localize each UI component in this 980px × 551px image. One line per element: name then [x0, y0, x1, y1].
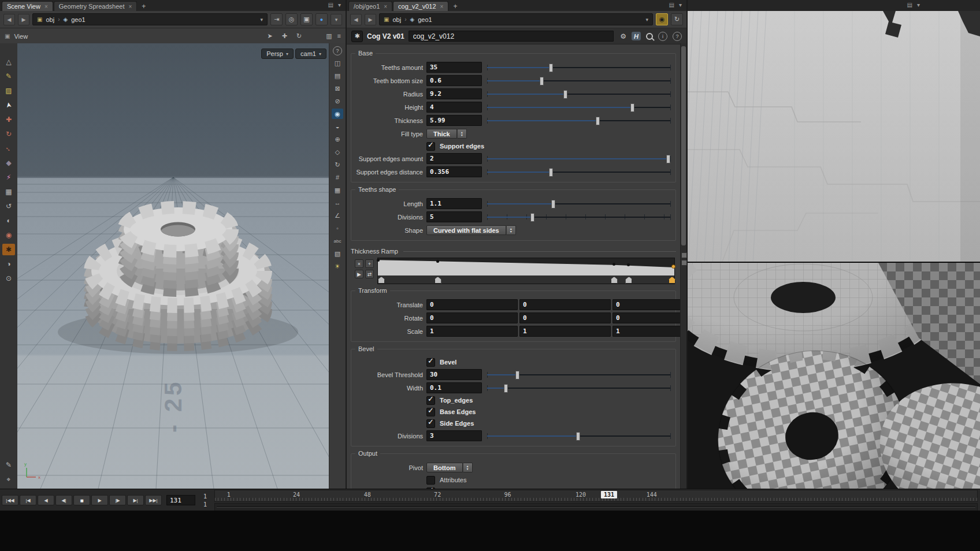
ramp-point[interactable]: [612, 263, 615, 266]
slider-handle[interactable]: [596, 117, 600, 125]
brush-tool-icon[interactable]: ✎: [2, 70, 15, 82]
slider-handle[interactable]: [549, 168, 553, 177]
add-tab-button[interactable]: +: [138, 2, 150, 11]
pose-handle-icon[interactable]: ◆: [2, 157, 15, 169]
divisions-slider[interactable]: [487, 213, 671, 221]
support-edges-distance-slider[interactable]: [487, 167, 671, 176]
help-icon[interactable]: ?: [673, 32, 682, 41]
bevel-width-slider[interactable]: [487, 384, 671, 392]
tab-cog-v2-v012[interactable]: cog_v2_v012 ×: [393, 1, 448, 11]
link-toggle-button[interactable]: ●: [315, 13, 328, 25]
camera-options-icon[interactable]: ◫: [332, 58, 343, 68]
go-to-start-button[interactable]: |◀◀: [2, 495, 18, 505]
scale-z-field[interactable]: [612, 326, 681, 337]
ramp-marker[interactable]: [611, 277, 618, 284]
tab-obj-geo1[interactable]: /obj/geo1 ×: [348, 1, 392, 11]
camera-select-button[interactable]: cam1 ▾: [295, 49, 326, 59]
splitter-handle[interactable]: [681, 252, 687, 266]
slider-handle[interactable]: [563, 90, 567, 99]
ramp-marker[interactable]: [435, 277, 441, 284]
node-name-field[interactable]: [409, 31, 614, 42]
length-field[interactable]: [426, 198, 482, 209]
select-arrow-icon[interactable]: ➤: [2, 98, 16, 112]
support-edges-amount-field[interactable]: [426, 153, 482, 164]
close-tab-icon[interactable]: ×: [440, 3, 444, 10]
pane-grid-icon[interactable]: ▤: [907, 2, 912, 8]
radius-slider[interactable]: [487, 90, 671, 98]
ramp-point-selected[interactable]: [671, 265, 675, 269]
param-scrollbar[interactable]: [680, 43, 686, 489]
ramp-curve-area[interactable]: [377, 258, 675, 276]
angle-icon[interactable]: ∠: [332, 210, 343, 221]
checker-gears-viewport[interactable]: [688, 262, 980, 490]
fill-tool-icon[interactable]: ▨: [2, 85, 15, 96]
view-menu-icon[interactable]: ≡: [337, 32, 341, 40]
ramp-point[interactable]: [436, 260, 439, 263]
network-path[interactable]: ▣ obj › ◈ geo1 ▾: [379, 13, 653, 25]
ramp-delete-button[interactable]: ×: [355, 259, 363, 268]
pane-grid-icon[interactable]: ▤: [669, 2, 674, 8]
base-edges-checkbox[interactable]: ✓: [426, 408, 435, 416]
support-edges-distance-field[interactable]: [426, 166, 482, 177]
path-node[interactable]: geo1: [71, 16, 85, 23]
bevel-checkbox[interactable]: ✓: [426, 358, 435, 367]
slider-handle[interactable]: [551, 200, 555, 209]
edit-pose-icon[interactable]: ✎: [2, 459, 15, 471]
height-field[interactable]: [426, 102, 482, 113]
forward-button[interactable]: ▶: [18, 14, 29, 25]
path-root[interactable]: obj: [392, 16, 401, 23]
rotate-y-field[interactable]: [519, 312, 611, 323]
shade-display-icon[interactable]: ◐: [2, 215, 15, 226]
pivot-icon[interactable]: ⌖: [2, 474, 15, 485]
step-forward-button[interactable]: |▶: [109, 495, 126, 505]
nav-menu-button[interactable]: ▾: [331, 14, 342, 25]
motion-blur-icon[interactable]: ↻: [332, 159, 343, 170]
playback-range-start[interactable]: 1: [198, 501, 212, 508]
target-node-button[interactable]: ◎: [285, 13, 298, 25]
slider-handle[interactable]: [504, 384, 508, 393]
selectable-icon[interactable]: ⊘: [332, 96, 343, 106]
ramp-marker[interactable]: [378, 277, 385, 284]
ramp-cycle-button[interactable]: ⇄: [365, 270, 374, 278]
orbit-tool-icon[interactable]: ↺: [2, 200, 15, 212]
select-visible-icon[interactable]: ➤: [268, 32, 273, 40]
translate-y-field[interactable]: [519, 299, 611, 310]
frame-ruler[interactable]: 1 24 48 72 96 120 144 131: [214, 490, 978, 502]
pivot-menu[interactable]: Bottom ▴▾: [426, 463, 473, 472]
playhead[interactable]: 131: [601, 491, 617, 498]
points-display-icon[interactable]: ◉: [2, 229, 15, 241]
translate-x-field[interactable]: [426, 299, 518, 310]
translate-z-field[interactable]: [612, 299, 681, 310]
global-range-start[interactable]: 1: [198, 493, 212, 500]
tab-geometry-spreadsheet[interactable]: Geometry Spreadsheet ×: [54, 1, 138, 11]
view-mode-icon[interactable]: △: [2, 56, 15, 68]
gear-menu-icon[interactable]: ⚙: [620, 32, 626, 40]
bevel-threshold-slider[interactable]: [487, 370, 671, 379]
fill-type-menu[interactable]: Thick ▴▾: [426, 129, 467, 139]
slider-handle[interactable]: [630, 103, 634, 112]
shape-menu[interactable]: Curved with flat sides ▴▾: [426, 225, 516, 235]
ramp-point[interactable]: [377, 259, 380, 262]
sync-selection-button[interactable]: ↻: [671, 13, 683, 25]
prev-keyframe-button[interactable]: |◀: [20, 495, 36, 505]
translate-handle-icon[interactable]: ✚: [2, 114, 15, 125]
rotate-handle-icon[interactable]: ↻: [2, 128, 15, 140]
tab-scene-view[interactable]: Scene View ×: [2, 1, 53, 11]
scrollbar-thumb[interactable]: [681, 46, 686, 245]
back-button[interactable]: ◀: [3, 14, 15, 25]
height-slider[interactable]: [487, 103, 671, 111]
bevel-width-field[interactable]: [426, 382, 482, 393]
current-frame-field[interactable]: 131: [166, 495, 195, 505]
top-edges-checkbox[interactable]: ✓: [426, 396, 435, 405]
teeths-amount-field[interactable]: [426, 62, 482, 73]
thickness-slider[interactable]: [487, 116, 671, 125]
path-root[interactable]: obj: [46, 16, 54, 23]
ramp-add-button[interactable]: +: [365, 259, 374, 268]
teeths-amount-slider[interactable]: [487, 63, 671, 72]
pane-menu-icon[interactable]: ▾: [338, 2, 341, 8]
scale-handle-icon[interactable]: ↔: [0, 140, 17, 157]
close-tab-icon[interactable]: ×: [384, 3, 387, 10]
cog-tool-icon[interactable]: ✱: [2, 244, 15, 255]
snap-grid-icon[interactable]: #: [332, 172, 343, 183]
shade-mode-icon[interactable]: ◒: [332, 121, 343, 132]
